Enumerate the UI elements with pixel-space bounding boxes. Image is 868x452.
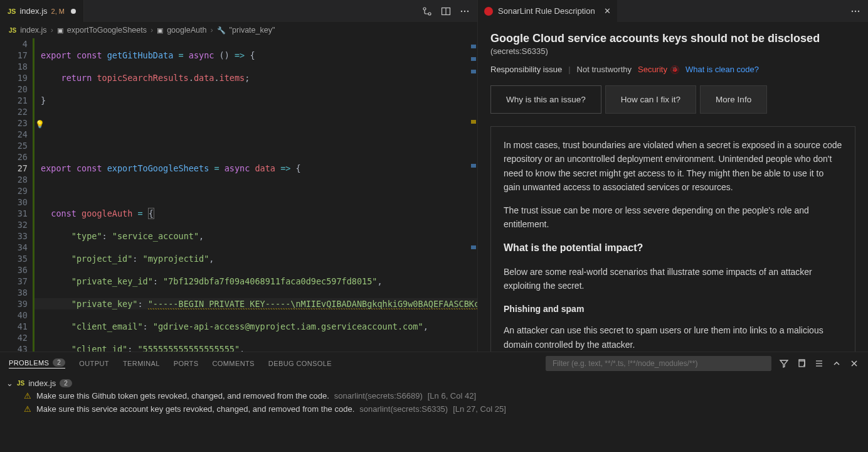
tab-output[interactable]: OUTPUT xyxy=(79,360,109,367)
rule-content: In most cases, trust boundaries are viol… xyxy=(490,126,855,352)
close-panel-icon[interactable] xyxy=(849,358,859,369)
chevron-down-icon[interactable]: ⌄ xyxy=(6,379,13,388)
rule-subheading: Phishing and spam xyxy=(504,302,842,316)
tab-debug-console[interactable]: DEBUG CONSOLE xyxy=(268,360,332,367)
compare-changes-icon[interactable] xyxy=(422,6,432,16)
breadcrumb-prop[interactable]: "private_key" xyxy=(230,26,275,35)
rule-tab[interactable]: SonarLint Rule Description ✕ xyxy=(478,0,617,22)
tab-why-issue[interactable]: Why is this an issue? xyxy=(490,85,601,114)
problem-item[interactable]: ⚠ Make sure this service account key get… xyxy=(6,402,862,416)
chevron-up-icon[interactable] xyxy=(832,358,842,369)
problem-location: [Ln 6, Col 42] xyxy=(428,391,476,401)
svg-point-1 xyxy=(428,13,431,15)
js-file-icon: JS xyxy=(9,27,16,34)
filter-input[interactable] xyxy=(546,356,771,371)
rule-badges: Responsibility issue | Not trustworthy S… xyxy=(490,65,855,74)
symbol-property-icon: 🔧 xyxy=(217,26,226,35)
breadcrumb[interactable]: JS index.js › ▣ exportToGoogleSheets › ▣… xyxy=(0,22,477,38)
editor-tab[interactable]: JS index.js 2, M xyxy=(0,0,84,22)
breadcrumb-fn1[interactable]: exportToGoogleSheets xyxy=(67,26,147,35)
svg-point-7 xyxy=(852,10,853,11)
rule-paragraph: An attacker can use this secret to spam … xyxy=(504,323,842,352)
badge-separator: | xyxy=(568,65,570,74)
problems-count-badge: 2 xyxy=(53,358,65,367)
svg-point-9 xyxy=(858,10,859,11)
warning-icon: ⚠ xyxy=(24,404,31,414)
problem-source: sonarlint(secrets:S6689) xyxy=(334,391,423,401)
code-content[interactable]: export const getGitHubData = async () =>… xyxy=(34,38,477,352)
breadcrumb-file[interactable]: index.js xyxy=(20,26,46,35)
clean-code-link[interactable]: What is clean code? xyxy=(685,65,759,74)
close-icon[interactable]: ✕ xyxy=(604,6,611,16)
rule-tab-bar: SonarLint Rule Description ✕ xyxy=(478,0,868,22)
problem-source: sonarlint(secrets:S6335) xyxy=(359,404,448,414)
js-file-icon: JS xyxy=(17,380,24,387)
editor-pane: JS index.js 2, M JS index.js › ▣ exportT… xyxy=(0,0,478,352)
lightbulb-icon[interactable]: 💡 xyxy=(35,119,45,130)
minimap-overview[interactable] xyxy=(470,38,477,352)
security-bug-icon: 🐞 xyxy=(670,65,679,74)
tab-how-fix[interactable]: How can I fix it? xyxy=(605,85,696,114)
rule-title: Google Cloud service accounts keys shoul… xyxy=(490,32,855,45)
rule-paragraph: Below are some real-world scenarios that… xyxy=(504,265,842,293)
rule-heading: What is the potential impact? xyxy=(504,240,842,256)
panel-tab-bar: PROBLEMS 2 OUTPUT TERMINAL PORTS COMMENT… xyxy=(0,352,868,375)
code-editor[interactable]: 4171819202122232425262728293031323334353… xyxy=(0,38,477,352)
unsaved-dot-icon xyxy=(71,9,76,14)
rule-tab-title: SonarLint Rule Description xyxy=(498,6,595,16)
tab-more-info[interactable]: More Info xyxy=(700,85,767,114)
problems-file-name: index.js xyxy=(28,379,56,388)
warning-icon: ⚠ xyxy=(24,391,31,401)
chevron-right-icon: › xyxy=(151,26,153,35)
problem-location: [Ln 27, Col 25] xyxy=(453,404,506,414)
badge-security: Security 🐞 xyxy=(638,65,679,74)
problem-item[interactable]: ⚠ Make sure this Github token gets revok… xyxy=(6,389,862,402)
rule-sub-tabs: Why is this an issue? How can I fix it? … xyxy=(490,85,855,114)
editor-tab-bar: JS index.js 2, M xyxy=(0,0,477,22)
badge-responsibility: Responsibility issue xyxy=(490,65,562,74)
sonarlint-icon xyxy=(484,7,493,16)
problems-list: ⌄ JS index.js 2 ⚠ Make sure this Github … xyxy=(0,375,868,418)
svg-point-0 xyxy=(423,8,426,10)
tab-terminal[interactable]: TERMINAL xyxy=(123,360,160,367)
copy-icon[interactable] xyxy=(797,358,807,369)
tab-modifiers: 2, M xyxy=(51,8,65,15)
rule-description-pane: SonarLint Rule Description ✕ Google Clou… xyxy=(478,0,868,352)
rule-id: (secrets:S6335) xyxy=(490,46,855,56)
svg-point-6 xyxy=(467,10,468,11)
file-problem-count: 2 xyxy=(60,379,72,387)
symbol-method-icon: ▣ xyxy=(157,26,163,35)
bottom-panel: PROBLEMS 2 OUTPUT TERMINAL PORTS COMMENT… xyxy=(0,352,868,452)
svg-point-4 xyxy=(461,10,462,11)
breadcrumb-fn2[interactable]: googleAuth xyxy=(167,26,206,35)
svg-point-8 xyxy=(855,10,856,11)
svg-rect-10 xyxy=(799,361,805,367)
collapse-all-icon[interactable] xyxy=(814,358,824,369)
tab-comments[interactable]: COMMENTS xyxy=(212,360,254,367)
svg-point-5 xyxy=(464,10,465,11)
line-gutter: 4171819202122232425262728293031323334353… xyxy=(0,38,33,352)
tab-problems[interactable]: PROBLEMS 2 xyxy=(9,358,65,369)
problem-message: Make sure this Github token gets revoked… xyxy=(36,391,329,401)
rule-paragraph: The trust issue can be more or less seve… xyxy=(504,203,842,232)
js-file-icon: JS xyxy=(8,8,16,15)
tab-ports[interactable]: PORTS xyxy=(174,360,199,367)
more-actions-icon[interactable] xyxy=(460,6,470,16)
badge-trust: Not trustworthy xyxy=(577,65,632,74)
split-editor-icon[interactable] xyxy=(441,6,451,16)
more-actions-icon[interactable] xyxy=(850,6,868,16)
chevron-right-icon: › xyxy=(210,26,213,35)
problems-file-group[interactable]: ⌄ JS index.js 2 xyxy=(6,377,862,389)
rule-body: Google Cloud service accounts keys shoul… xyxy=(478,22,868,352)
rule-paragraph: In most cases, trust boundaries are viol… xyxy=(504,138,842,195)
symbol-method-icon: ▣ xyxy=(57,26,63,35)
chevron-right-icon: › xyxy=(51,26,53,35)
filter-icon[interactable] xyxy=(779,358,789,369)
tab-filename: index.js xyxy=(19,6,47,16)
problem-message: Make sure this service account key gets … xyxy=(36,404,354,414)
